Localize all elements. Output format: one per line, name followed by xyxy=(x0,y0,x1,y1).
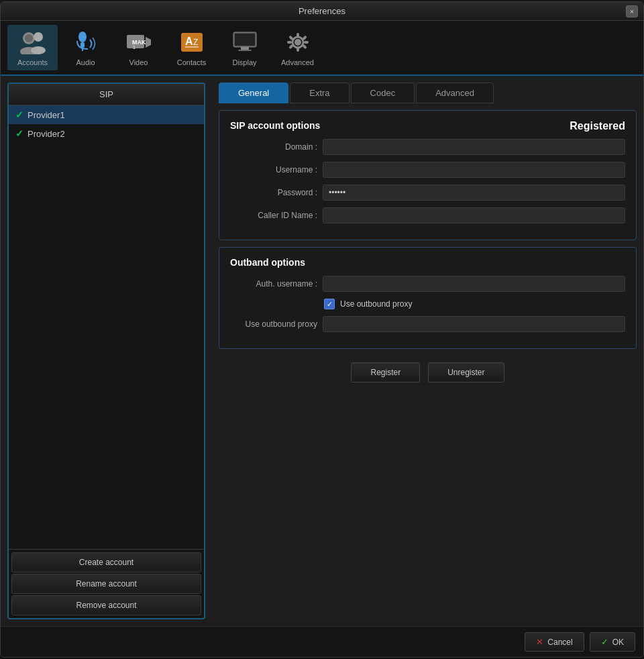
callerid-row: Caller ID Name : xyxy=(230,207,625,223)
ok-label: OK xyxy=(612,638,624,647)
unregister-button[interactable]: Unregister xyxy=(428,362,504,383)
callerid-input[interactable] xyxy=(323,207,625,223)
audio-icon xyxy=(72,29,99,56)
toolbar: Accounts Audio MAKE xyxy=(1,21,643,76)
sidebar: SIP ✓ Provider1 ✓ Provider2 Create accou… xyxy=(7,83,205,619)
action-buttons: Register Unregister xyxy=(219,362,637,383)
auth-username-input[interactable] xyxy=(323,276,625,292)
username-row: Username : xyxy=(230,162,625,178)
sidebar-buttons: Create account Rename account Remove acc… xyxy=(9,549,204,618)
tabs: General Extra Codec Advanced xyxy=(219,83,637,103)
title-bar: Preferences × xyxy=(1,2,643,21)
tab-codec[interactable]: Codec xyxy=(351,83,415,103)
proxy-field-input[interactable] xyxy=(323,316,625,332)
svg-rect-24 xyxy=(287,41,292,44)
main-panel: General Extra Codec Advanced Registered … xyxy=(212,76,643,626)
ok-icon: ✓ xyxy=(601,637,608,647)
check-icon-provider2: ✓ xyxy=(15,128,23,139)
contacts-label: Contacts xyxy=(177,58,206,66)
proxy-checkbox-label: Use outbound proxy xyxy=(340,299,412,309)
cancel-label: Cancel xyxy=(547,638,572,647)
tab-extra[interactable]: Extra xyxy=(290,83,349,103)
domain-label: Domain : xyxy=(230,142,317,152)
close-button[interactable]: × xyxy=(626,5,638,17)
proxy-field-row: Use outbound proxy xyxy=(230,316,625,332)
sip-status: Registered xyxy=(570,120,625,132)
proxy-checkbox-row: ✓ Use outbound proxy xyxy=(324,299,625,309)
svg-rect-6 xyxy=(80,42,85,48)
svg-rect-18 xyxy=(241,47,249,50)
svg-point-4 xyxy=(31,46,46,54)
sip-options-header: Registered SIP account options xyxy=(230,120,625,131)
password-input[interactable] xyxy=(323,185,625,201)
video-icon: MAKE 1 xyxy=(125,29,152,56)
display-icon xyxy=(231,29,258,56)
check-icon-provider1: ✓ xyxy=(15,109,23,120)
cancel-icon: ✕ xyxy=(536,637,543,647)
toolbar-item-accounts[interactable]: Accounts xyxy=(7,25,58,70)
content-area: SIP ✓ Provider1 ✓ Provider2 Create accou… xyxy=(1,76,643,626)
svg-text:A: A xyxy=(185,36,193,47)
svg-rect-17 xyxy=(235,34,255,46)
svg-text:Z: Z xyxy=(193,38,198,47)
sidebar-list: ✓ Provider1 ✓ Provider2 xyxy=(9,105,204,549)
sip-options-section: Registered SIP account options Domain : … xyxy=(219,110,637,240)
remove-account-button[interactable]: Remove account xyxy=(11,595,201,615)
svg-text:1: 1 xyxy=(133,45,136,50)
advanced-label: Advanced xyxy=(281,58,314,66)
outband-options-section: Outband options Auth. username : ✓ Use o… xyxy=(219,247,637,349)
advanced-icon xyxy=(284,29,311,56)
password-row: Password : xyxy=(230,185,625,201)
svg-rect-22 xyxy=(297,33,299,38)
svg-marker-11 xyxy=(146,37,151,48)
svg-point-20 xyxy=(294,39,301,46)
sidebar-item-provider2[interactable]: ✓ Provider2 xyxy=(9,124,204,143)
display-label: Display xyxy=(232,58,256,66)
proxy-field-label: Use outbound proxy xyxy=(230,319,317,329)
toolbar-item-display[interactable]: Display xyxy=(219,25,270,70)
outband-title: Outband options xyxy=(230,257,625,268)
svg-point-1 xyxy=(25,34,33,42)
svg-point-3 xyxy=(34,32,43,42)
accounts-label: Accounts xyxy=(17,58,48,66)
provider2-label: Provider2 xyxy=(28,129,65,139)
ok-button[interactable]: ✓ OK xyxy=(590,632,635,652)
register-button[interactable]: Register xyxy=(351,362,420,383)
toolbar-item-contacts[interactable]: A Z Contacts xyxy=(166,25,217,70)
password-label: Password : xyxy=(230,188,317,197)
tab-advanced[interactable]: Advanced xyxy=(416,83,494,103)
video-label: Video xyxy=(129,58,148,66)
toolbar-item-audio[interactable]: Audio xyxy=(60,25,111,70)
sidebar-header: SIP xyxy=(9,84,204,105)
provider1-label: Provider1 xyxy=(28,110,65,120)
footer: ✕ Cancel ✓ OK xyxy=(1,626,643,657)
domain-input[interactable] xyxy=(323,139,625,155)
audio-label: Audio xyxy=(76,58,95,66)
use-outbound-proxy-checkbox[interactable]: ✓ xyxy=(324,299,335,309)
toolbar-item-video[interactable]: MAKE 1 Video xyxy=(113,25,164,70)
sidebar-item-provider1[interactable]: ✓ Provider1 xyxy=(9,105,204,124)
svg-rect-25 xyxy=(304,41,309,44)
domain-row: Domain : xyxy=(230,139,625,155)
accounts-icon xyxy=(19,29,46,56)
svg-rect-23 xyxy=(297,47,299,52)
cancel-button[interactable]: ✕ Cancel xyxy=(525,632,584,652)
create-account-button[interactable]: Create account xyxy=(11,552,201,572)
username-label: Username : xyxy=(230,165,317,174)
toolbar-item-advanced[interactable]: Advanced xyxy=(272,25,323,70)
callerid-label: Caller ID Name : xyxy=(230,211,317,220)
auth-username-row: Auth. username : xyxy=(230,276,625,292)
preferences-dialog: Preferences × Accounts xyxy=(0,1,644,658)
contacts-icon: A Z xyxy=(178,29,205,56)
rename-account-button[interactable]: Rename account xyxy=(11,574,201,594)
dialog-title: Preferences xyxy=(299,6,345,16)
svg-rect-19 xyxy=(238,50,252,51)
username-input[interactable] xyxy=(323,162,625,178)
svg-point-5 xyxy=(78,32,87,42)
auth-username-label: Auth. username : xyxy=(230,279,317,289)
sip-options-title: SIP account options xyxy=(230,120,625,131)
tab-general[interactable]: General xyxy=(219,83,288,103)
